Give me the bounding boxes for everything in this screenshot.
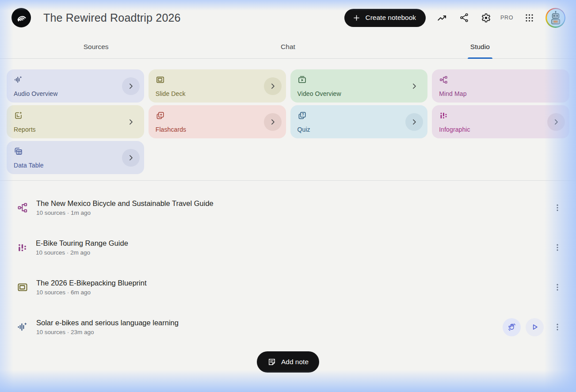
flashcards-icon [156, 111, 165, 120]
infographic-icon [17, 242, 28, 253]
artifact-meta: 10 sources · 23m ago [36, 329, 179, 335]
artifact-meta: 10 sources · 2m ago [36, 249, 128, 256]
card-quiz[interactable]: ? Quiz [290, 105, 428, 138]
studio-card-grid: Audio Overview Slide Deck Video Overview [7, 69, 569, 174]
vertical-dots-icon [553, 203, 562, 212]
vertical-dots-icon [553, 283, 562, 292]
card-label: Infographic [439, 126, 470, 133]
card-label: Audio Overview [14, 90, 57, 97]
card-label: Slide Deck [156, 90, 186, 97]
chevron-right-icon[interactable] [122, 113, 140, 131]
apps-grid-icon [524, 13, 534, 23]
card-data-table[interactable]: Data Table [7, 141, 144, 174]
notebooklm-logo-icon[interactable] [11, 8, 31, 27]
artifact-title: Solar e-bikes and serious language learn… [36, 319, 179, 327]
reports-icon [14, 111, 23, 120]
artifact-title: E-Bike Touring Range Guide [36, 239, 128, 247]
card-reports[interactable]: Reports [7, 105, 144, 138]
card-slide-deck[interactable]: Slide Deck [149, 69, 286, 103]
chevron-right-icon[interactable] [547, 113, 565, 131]
interactive-mode-button[interactable] [503, 318, 521, 336]
note-icon [267, 358, 276, 366]
quiz-icon: ? [298, 111, 307, 120]
more-options-button[interactable] [551, 321, 564, 333]
analytics-trending-button[interactable] [437, 12, 448, 23]
create-notebook-button[interactable]: Create notebook [344, 9, 426, 27]
card-infographic[interactable]: Infographic [432, 105, 569, 138]
artifact-meta: 10 sources · 6m ago [36, 289, 146, 296]
add-note-button[interactable]: Add note [257, 351, 319, 373]
create-notebook-label: Create notebook [366, 14, 416, 22]
artifact-list: The New Mexico Bicycle and Sustainable T… [0, 181, 576, 347]
vertical-dots-icon [553, 243, 562, 252]
list-item-mind-map[interactable]: The New Mexico Bicycle and Sustainable T… [0, 188, 576, 228]
svg-text:?: ? [301, 112, 304, 117]
card-label: Quiz [298, 126, 310, 133]
artifact-meta: 10 sources · 1m ago [36, 209, 214, 216]
infographic-icon [439, 111, 448, 120]
card-label: Flashcards [156, 126, 186, 133]
chevron-right-icon[interactable] [122, 77, 140, 95]
artifact-title: The New Mexico Bicycle and Sustainable T… [36, 199, 214, 208]
slide-deck-icon [156, 75, 165, 84]
video-overview-icon [298, 75, 307, 84]
audio-waveform-sparkle-icon [17, 321, 28, 333]
waving-hand-icon [507, 323, 516, 331]
tab-chat[interactable]: Chat [192, 35, 384, 58]
card-video-overview[interactable]: Video Overview [290, 69, 428, 103]
card-label: Data Table [14, 162, 44, 169]
card-audio-overview[interactable]: Audio Overview [7, 69, 144, 103]
vertical-dots-icon [553, 323, 562, 331]
mind-map-icon [439, 75, 448, 84]
card-label: Video Overview [298, 90, 341, 97]
play-audio-button[interactable] [526, 318, 544, 336]
card-flashcards[interactable]: Flashcards [149, 105, 286, 138]
card-label: Reports [14, 126, 36, 133]
chevron-right-icon[interactable] [264, 113, 282, 131]
header-actions: Create notebook PRO [344, 8, 566, 28]
robot-avatar-icon [548, 10, 563, 25]
chevron-right-icon[interactable] [122, 149, 140, 167]
mind-map-icon [17, 202, 28, 213]
gear-icon [481, 12, 492, 23]
data-table-icon [14, 147, 23, 156]
notebooklm-studio-page: The Rewired Roadtrip 2026 Create noteboo… [0, 0, 576, 392]
share-button[interactable] [459, 12, 469, 23]
card-label: Mind Map [439, 90, 466, 97]
chevron-right-icon[interactable] [405, 113, 423, 131]
more-options-button[interactable] [551, 241, 564, 254]
list-item-audio-overview[interactable]: Solar e-bikes and serious language learn… [0, 307, 576, 347]
user-avatar[interactable] [545, 8, 565, 28]
card-mind-map[interactable]: Mind Map [432, 69, 569, 103]
slide-deck-icon [17, 282, 28, 293]
notebook-title[interactable]: The Rewired Roadtrip 2026 [43, 11, 181, 24]
more-options-button[interactable] [551, 281, 564, 293]
more-options-button[interactable] [551, 202, 564, 214]
audio-waveform-sparkle-icon [14, 75, 23, 84]
trending-up-icon [437, 12, 448, 23]
list-item-infographic[interactable]: E-Bike Touring Range Guide 10 sources · … [0, 228, 576, 267]
add-note-row: Add note [0, 351, 576, 373]
app-header: The Rewired Roadtrip 2026 Create noteboo… [0, 0, 576, 35]
active-tab-underline [468, 57, 492, 59]
settings-button[interactable] [481, 12, 492, 23]
plus-icon [352, 14, 361, 22]
tab-sources[interactable]: Sources [0, 35, 192, 58]
apps-grid-button[interactable] [524, 13, 534, 23]
chevron-right-icon[interactable] [405, 77, 423, 95]
tab-studio[interactable]: Studio [384, 35, 576, 58]
artifact-title: The 2026 E-Bikepacking Blueprint [36, 279, 146, 287]
chevron-right-icon[interactable] [264, 77, 282, 95]
play-icon [531, 323, 539, 331]
share-icon [459, 12, 469, 23]
add-note-label: Add note [281, 358, 309, 366]
panel-tabs: Sources Chat Studio [0, 35, 576, 59]
list-item-slide-deck[interactable]: The 2026 E-Bikepacking Blueprint 10 sour… [0, 267, 576, 307]
pro-badge: PRO [500, 15, 513, 21]
